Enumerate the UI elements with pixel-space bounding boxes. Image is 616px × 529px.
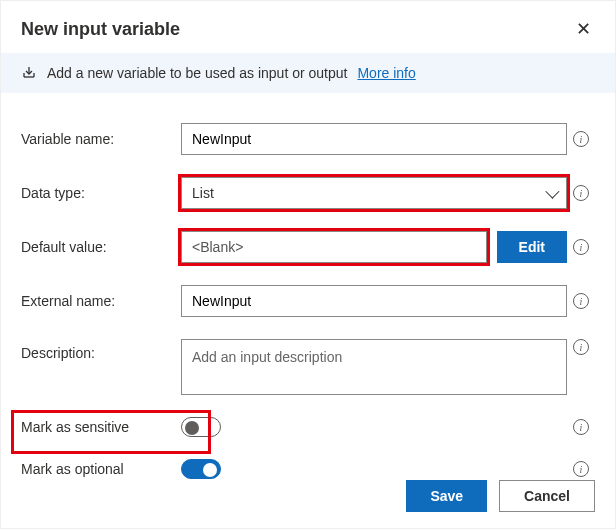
info-bar: Add a new variable to be used as input o… <box>1 53 615 93</box>
data-type-value: List <box>192 185 214 201</box>
more-info-link[interactable]: More info <box>357 65 415 81</box>
dialog-footer: Save Cancel <box>1 466 615 528</box>
chevron-down-icon <box>545 185 559 199</box>
row-default-value: Default value: <Blank> Edit i <box>21 231 595 263</box>
new-input-variable-dialog: New input variable ✕ Add a new variable … <box>0 0 616 529</box>
label-external-name: External name: <box>21 293 181 309</box>
sensitive-toggle[interactable] <box>181 417 221 437</box>
default-value-field[interactable]: <Blank> <box>181 231 487 263</box>
variable-name-input[interactable] <box>181 123 567 155</box>
save-button[interactable]: Save <box>406 480 487 512</box>
download-icon <box>21 65 37 81</box>
row-sensitive: Mark as sensitive i <box>21 417 595 437</box>
info-icon[interactable]: i <box>573 293 589 309</box>
data-type-select[interactable]: List <box>181 177 567 209</box>
info-icon[interactable]: i <box>573 339 589 355</box>
info-icon[interactable]: i <box>573 239 589 255</box>
label-default-value: Default value: <box>21 239 181 255</box>
row-variable-name: Variable name: i <box>21 123 595 155</box>
info-icon[interactable]: i <box>573 419 589 435</box>
info-text: Add a new variable to be used as input o… <box>47 65 347 81</box>
row-external-name: External name: i <box>21 285 595 317</box>
form: Variable name: i Data type: List i Defau… <box>1 93 615 499</box>
cancel-button[interactable]: Cancel <box>499 480 595 512</box>
row-description: Description: Add an input description i <box>21 339 595 395</box>
label-data-type: Data type: <box>21 185 181 201</box>
description-input[interactable]: Add an input description <box>181 339 567 395</box>
row-data-type: Data type: List i <box>21 177 595 209</box>
external-name-input[interactable] <box>181 285 567 317</box>
label-sensitive: Mark as sensitive <box>21 419 181 435</box>
label-description: Description: <box>21 339 181 361</box>
close-button[interactable]: ✕ <box>571 17 595 41</box>
edit-button[interactable]: Edit <box>497 231 567 263</box>
dialog-header: New input variable ✕ <box>1 1 615 53</box>
label-variable-name: Variable name: <box>21 131 181 147</box>
description-placeholder: Add an input description <box>192 349 342 365</box>
info-icon[interactable]: i <box>573 185 589 201</box>
dialog-title: New input variable <box>21 19 180 40</box>
default-value-text: <Blank> <box>192 239 243 255</box>
info-icon[interactable]: i <box>573 131 589 147</box>
close-icon: ✕ <box>576 19 591 39</box>
